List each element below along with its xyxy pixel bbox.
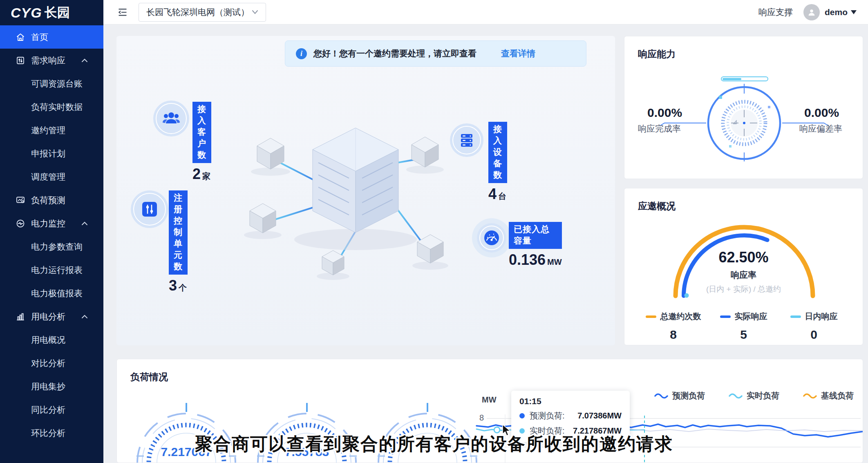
legend-label: 实际响应 bbox=[735, 311, 767, 322]
sidebar-item-7-top[interactable]: 负荷预测 bbox=[0, 188, 103, 212]
invitation-notice-banner: i 您好！您有一个邀约需要处理，请立即查看 查看详情 bbox=[285, 40, 586, 67]
analysis-icon bbox=[16, 312, 25, 322]
cube-right bbox=[417, 235, 443, 263]
stat-value: 0.136 bbox=[509, 251, 546, 268]
sidebar-item-label: 邀约管理 bbox=[31, 125, 65, 136]
stat-value: 2 bbox=[192, 166, 201, 182]
user-icon bbox=[807, 8, 816, 17]
user-avatar[interactable] bbox=[803, 4, 820, 20]
legend-value: 5 bbox=[709, 328, 779, 342]
sidebar-item-label: 调度管理 bbox=[31, 171, 65, 183]
tooltip-row-forecast: 预测负荷: 7.07386MW bbox=[519, 410, 622, 421]
mouse-cursor bbox=[502, 424, 512, 436]
deviation-rate-value: 0.00% bbox=[804, 106, 839, 120]
legend-item-intraday-response[interactable]: 日内响应 0 bbox=[779, 311, 849, 342]
legend-swatch bbox=[646, 315, 656, 318]
invitation-legend: 总邀约次数 8 实际响应 5 日内响应 0 bbox=[624, 311, 863, 342]
response-rate-percent: 62.50% bbox=[624, 249, 863, 266]
legend-item-forecast-load[interactable]: 预测负荷 bbox=[654, 390, 705, 401]
banner-message: 您好！您有一个邀约需要处理，请立即查看 bbox=[313, 48, 477, 59]
sidebar-item-10-sub[interactable]: 电力运行报表 bbox=[0, 258, 103, 282]
sidebar-item-label: 电力极值报表 bbox=[31, 288, 83, 299]
y-axis-unit-label: MW bbox=[482, 395, 497, 405]
completion-rate-label: 响应完成率 bbox=[638, 123, 681, 134]
stat-unit: 个 bbox=[179, 283, 187, 292]
invitation-overview-card: 应邀概况 62.50% 响应率 (日内 + 实际) / 总邀约 总邀约次数 8 … bbox=[624, 188, 863, 345]
sidebar-item-label: 用电概况 bbox=[31, 334, 65, 346]
sidebar-item-label: 可调资源台账 bbox=[31, 78, 83, 89]
legend-swatch bbox=[720, 315, 731, 318]
sidebar-item-12-group[interactable]: 用电分析 bbox=[0, 305, 103, 328]
sidebar-item-1-group[interactable]: 需求响应 bbox=[0, 49, 103, 72]
legend-item-total-invites[interactable]: 总邀约次数 8 bbox=[638, 311, 709, 342]
sidebar: CYG 长园 首页需求响应可调资源台账负荷实时数据邀约管理申报计划调度管理负荷预… bbox=[0, 0, 103, 463]
cube-bottom bbox=[322, 251, 344, 275]
deviation-rate-label: 响应偏差率 bbox=[799, 123, 842, 134]
stat-badge: 注册控制单元数 bbox=[169, 190, 188, 275]
wave-swatch-icon bbox=[654, 392, 668, 400]
dashboard-page: CYG 长园 首页需求响应可调资源台账负荷实时数据邀约管理申报计划调度管理负荷预… bbox=[0, 0, 868, 463]
legend-item-baseline-load[interactable]: 基线负荷 bbox=[803, 390, 854, 401]
legend-item-realtime-load[interactable]: 实时负荷 bbox=[729, 390, 779, 401]
forecast-icon bbox=[16, 195, 25, 205]
stat-badge: 已接入总容量 bbox=[509, 222, 562, 249]
chevron-up-icon bbox=[81, 221, 88, 226]
sidebar-item-13-sub[interactable]: 用电概况 bbox=[0, 328, 103, 351]
sidebar-item-label: 电力运行报表 bbox=[31, 264, 83, 276]
sidebar-collapse-icon[interactable] bbox=[117, 7, 128, 18]
header-right: 响应支撑 demo bbox=[758, 4, 857, 20]
sidebar-item-0-top[interactable]: 首页 bbox=[0, 25, 103, 49]
stat-value: 3 bbox=[169, 277, 177, 294]
stat-unit: 台 bbox=[498, 192, 506, 201]
user-menu-caret-icon[interactable] bbox=[851, 10, 857, 14]
tooltip-value: 7.07386MW bbox=[577, 411, 622, 421]
sidebar-item-8-group[interactable]: 电力监控 bbox=[0, 212, 103, 235]
sidebar-item-label: 同比分析 bbox=[31, 404, 65, 416]
sidebar-item-4-sub[interactable]: 邀约管理 bbox=[0, 119, 103, 142]
chart-legend: 预测负荷 实时负荷 基线负荷 bbox=[654, 390, 854, 401]
sidebar-item-16-sub[interactable]: 同比分析 bbox=[0, 398, 103, 421]
legend-swatch bbox=[790, 315, 801, 318]
sidebar-item-label: 用电分析 bbox=[31, 311, 65, 322]
response-capability-card: 响应能力 0.00% 响应完成率 0.00% 响应偏差率 bbox=[624, 36, 863, 179]
control-units-icon bbox=[131, 190, 168, 228]
chevron-down-icon bbox=[252, 10, 258, 15]
sidebar-nav: 首页需求响应可调资源台账负荷实时数据邀约管理申报计划调度管理负荷预测电力监控电力… bbox=[0, 25, 103, 445]
brand-logo-latin: CYG bbox=[11, 5, 42, 21]
sidebar-item-9-sub[interactable]: 电力参数查询 bbox=[0, 235, 103, 258]
tooltip-time: 01:15 bbox=[519, 396, 622, 406]
sidebar-item-5-sub[interactable]: 申报计划 bbox=[0, 142, 103, 165]
sidebar-item-11-sub[interactable]: 电力极值报表 bbox=[0, 282, 103, 305]
brand-logo: CYG 长园 bbox=[0, 0, 103, 25]
sidebar-item-label: 首页 bbox=[31, 31, 48, 43]
home-icon bbox=[16, 32, 25, 42]
stat-badge: 接入客户数 bbox=[192, 102, 211, 163]
stat-badge: 接入设备数 bbox=[488, 122, 507, 183]
sidebar-item-label: 负荷实时数据 bbox=[31, 101, 83, 113]
sidebar-item-15-sub[interactable]: 用电集抄 bbox=[0, 375, 103, 398]
wave-swatch-icon bbox=[729, 392, 743, 400]
wave-swatch-icon bbox=[803, 392, 817, 400]
completion-rate-value: 0.00% bbox=[647, 106, 682, 120]
sidebar-item-3-sub[interactable]: 负荷实时数据 bbox=[0, 95, 103, 119]
sidebar-item-14-sub[interactable]: 对比分析 bbox=[0, 351, 103, 375]
legend-item-actual-response[interactable]: 实际响应 5 bbox=[709, 311, 779, 342]
org-selector-dropdown[interactable]: 长园飞轮深圳电网（测试） bbox=[139, 3, 266, 22]
monitor-icon bbox=[16, 219, 25, 228]
isometric-platform-illustration bbox=[116, 36, 615, 345]
devices-icon bbox=[450, 123, 483, 157]
tooltip-label: 预测负荷: bbox=[530, 410, 565, 421]
response-rate-formula: (日内 + 实际) / 总邀约 bbox=[624, 284, 863, 295]
sidebar-item-2-sub[interactable]: 可调资源台账 bbox=[0, 72, 103, 95]
org-selector-value: 长园飞轮深圳电网（测试） bbox=[146, 7, 249, 18]
brand-logo-cn: 长园 bbox=[45, 4, 70, 21]
sidebar-item-label: 对比分析 bbox=[31, 358, 65, 369]
legend-value: 8 bbox=[638, 328, 709, 342]
demand-icon bbox=[16, 56, 25, 65]
sidebar-item-6-sub[interactable]: 调度管理 bbox=[0, 165, 103, 188]
sidebar-item-label: 电力参数查询 bbox=[31, 241, 83, 253]
view-details-link[interactable]: 查看详情 bbox=[501, 48, 535, 59]
support-link[interactable]: 响应支撑 bbox=[758, 7, 793, 18]
username-label[interactable]: demo bbox=[825, 7, 848, 17]
sidebar-item-label: 需求响应 bbox=[31, 55, 65, 66]
